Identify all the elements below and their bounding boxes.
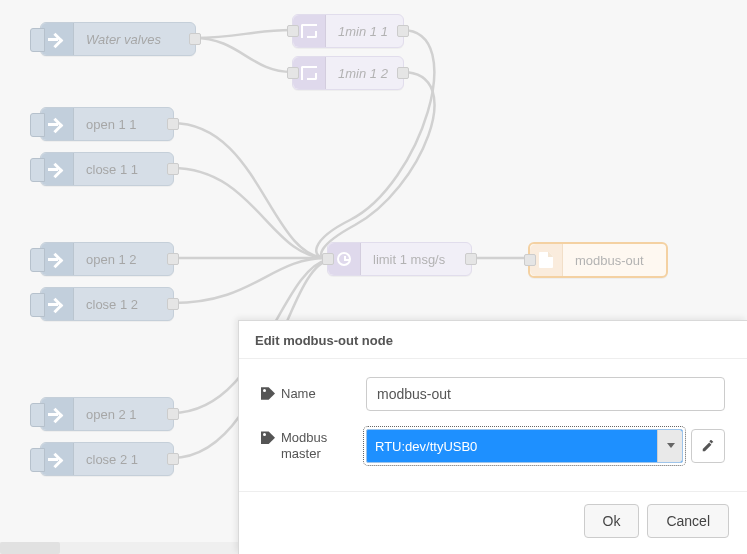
name-field-label: Name xyxy=(281,386,316,402)
ok-button[interactable]: Ok xyxy=(584,504,640,538)
field-master-row: Modbus master RTU:dev/ttyUSB0 xyxy=(261,429,725,463)
cancel-button[interactable]: Cancel xyxy=(647,504,729,538)
tag-icon xyxy=(261,387,275,401)
pencil-icon xyxy=(701,439,715,453)
name-input[interactable] xyxy=(366,377,725,411)
edit-master-button[interactable] xyxy=(691,429,725,463)
field-name-row: Name xyxy=(261,377,725,411)
master-field-label: Modbus master xyxy=(281,430,366,461)
tag-icon xyxy=(261,431,275,445)
modbus-master-select[interactable]: RTU:dev/ttyUSB0 xyxy=(366,429,683,463)
edit-node-panel: Edit modbus-out node Name Modbus master … xyxy=(238,320,747,554)
panel-title: Edit modbus-out node xyxy=(239,321,747,359)
